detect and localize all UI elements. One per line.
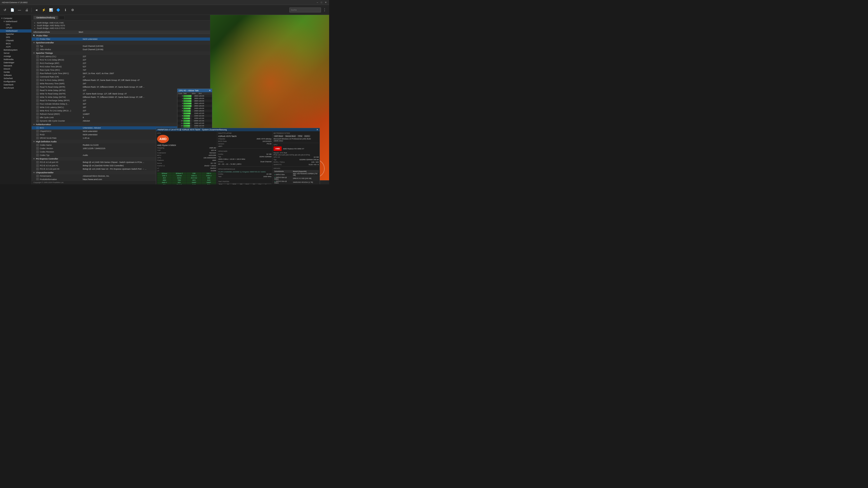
sidebar-item-acpi[interactable]: ACPI bbox=[0, 45, 31, 48]
folder-button[interactable]: — bbox=[16, 7, 23, 13]
table-row[interactable]: Typ Dual Channel (128 Bit) bbox=[32, 44, 210, 48]
table-row[interactable]: Read To Read Delay (tRTR) Different Rank… bbox=[32, 86, 210, 89]
sidebar-item-chipsatz[interactable]: Chipsatz bbox=[0, 39, 31, 42]
bridge-text: North Bridge: AMD K19.2 IMC bbox=[37, 22, 64, 24]
aida-button[interactable]: 🔷 bbox=[55, 7, 61, 13]
more-menu-button[interactable]: ⋮ bbox=[322, 8, 327, 12]
sidebar-item-label: Software bbox=[4, 74, 12, 76]
row-value: 22T bbox=[83, 62, 208, 64]
row-name: RAID bbox=[40, 133, 83, 136]
gpu-sh-label: SH/RT/TC bbox=[274, 164, 282, 166]
takt-row: 12 2200 x22.00 bbox=[178, 125, 212, 127]
table-row[interactable]: RAS To RAS Delay (tRRD) Different Rank: … bbox=[32, 78, 210, 82]
amd-cpu-logo: AMD bbox=[157, 135, 169, 143]
close-button[interactable]: ✕ bbox=[324, 1, 327, 4]
section-header-speicher_timings[interactable]: ▼Speicher Timings bbox=[32, 51, 210, 55]
help-button[interactable]: ℹ bbox=[62, 7, 68, 13]
row-name: PCI-E 4.0 x8 port #0 bbox=[40, 161, 83, 163]
row-name: Row Refresh Cycle Time (tRFC) bbox=[40, 72, 83, 74]
sidebar-item-anzeige[interactable]: Anzeige bbox=[0, 55, 31, 58]
file-button[interactable]: 📄 bbox=[9, 7, 16, 13]
table-row[interactable]: Write Recovery Time (tWR) 24T bbox=[32, 82, 210, 86]
cpu-l2-label: L2 bbox=[157, 167, 159, 169]
table-row[interactable]: Row Refresh Cycle Time (tRFC) 560T, 2x F… bbox=[32, 72, 210, 75]
sidebar-item-benchmark[interactable]: Benchmark bbox=[0, 86, 31, 90]
sidebar-item-label: Benchmark bbox=[4, 87, 14, 89]
tab-second[interactable] bbox=[59, 16, 65, 20]
gpu-rops-label: ROPs / TMUs bbox=[274, 161, 285, 163]
row-value: Different Rank: 5T, Different DIMM: 4T, … bbox=[83, 86, 208, 88]
mb-name-val: ASRock X570 Taichi bbox=[218, 135, 237, 137]
cpu-tdp-val: 105 W bbox=[211, 149, 216, 151]
sidebar-item-software[interactable]: Software bbox=[0, 74, 31, 77]
print-button[interactable]: 🖨 bbox=[24, 7, 30, 13]
cpu-takt-close[interactable]: ✕ bbox=[209, 89, 211, 92]
table-row[interactable]: Row Cycle Time (tRC) 74T bbox=[32, 68, 210, 72]
cpu-cores-val: 16 / 32 bbox=[211, 162, 216, 164]
sidebar-item-netzwerk[interactable]: Netzwerk bbox=[0, 64, 31, 67]
bridge-arrow: ◄ bbox=[33, 27, 35, 29]
cpu-l2-val: 16x512 bbox=[210, 167, 216, 169]
settings-button[interactable]: ⚙ bbox=[69, 7, 76, 13]
sidebar-item-computer[interactable]: ▼Computer bbox=[0, 17, 31, 20]
sidebar-item-motherboard2[interactable]: Motherboard bbox=[0, 29, 31, 33]
sidebar-item-sicherheit[interactable]: Sicherheit bbox=[0, 77, 31, 80]
sm-takt-val: 1600 MHz bbox=[264, 175, 272, 177]
takt-row: 10 100th x22.00 bbox=[178, 120, 212, 122]
row-name: Read To Read Delay (tRTR) bbox=[40, 86, 83, 88]
col-mult: Mul bbox=[199, 92, 205, 94]
cpu-opn-label: OPN bbox=[157, 157, 161, 159]
gpu-sh-row: SH/RT/TC 5120 / 60 / 0 bbox=[274, 163, 319, 166]
search-input[interactable] bbox=[289, 7, 321, 12]
takt-table-header: Core Takt MHz Mul bbox=[178, 92, 212, 95]
maximize-button[interactable]: □ bbox=[320, 1, 323, 4]
table-row[interactable]: Aktiv-Modus Dual Channel (128 Bit) bbox=[32, 48, 210, 51]
tab-geratebeschreibung[interactable]: Gerätebeschreibung bbox=[33, 16, 58, 20]
table-row[interactable]: Probe Filter Nicht unterstützt bbox=[32, 37, 210, 41]
drive-row: ● SATA 6 Gb/s @ 6Gb/s DREVO X1 SSD [240 … bbox=[274, 176, 319, 180]
cpu-codename-val: Vermeer bbox=[209, 152, 216, 154]
refresh-button[interactable]: ↺ bbox=[2, 7, 8, 13]
sidebar-item-datenbank[interactable]: Datenbank bbox=[0, 83, 31, 86]
hwinfo-close[interactable]: ✕ bbox=[316, 129, 318, 131]
sidebar-item-motherboard[interactable]: ▼Motherboard bbox=[0, 20, 31, 23]
table-row[interactable]: RAS Active Time (tRAS) 52T bbox=[32, 65, 210, 68]
lightning-button[interactable]: ⚡ bbox=[40, 7, 47, 13]
row-icon bbox=[36, 133, 39, 136]
cpu-takt-title: CPU #0 – Aktiver Takt bbox=[179, 90, 198, 92]
sidebar-item-datentrager[interactable]: Datenträger bbox=[0, 61, 31, 64]
betriebssystem-title: Betriebssystem bbox=[274, 132, 319, 134]
row-icon bbox=[36, 59, 39, 61]
sidebar-item-gerate[interactable]: Geräte bbox=[0, 70, 31, 74]
section-header-speichercontroller[interactable]: ▼Speichercontroller bbox=[32, 41, 210, 44]
takt-mhz: 2240 bbox=[192, 112, 198, 114]
table-row[interactable]: RAS To CAS Delay (tRCD) 22T bbox=[32, 58, 210, 62]
table-row[interactable]: Command Rate (CR) 1T bbox=[32, 75, 210, 78]
core-number: 0 bbox=[178, 95, 183, 97]
back-button[interactable]: ◄ bbox=[33, 7, 39, 13]
cpu-mcu-label: MCU bbox=[157, 154, 161, 156]
sidebar-item-bios[interactable]: BIOS bbox=[0, 42, 31, 45]
sidebar-item-multimedia[interactable]: Multimedia bbox=[0, 58, 31, 61]
sidebar-item-cpu[interactable]: CPU bbox=[0, 23, 31, 26]
sidebar-item-konfiguration[interactable]: Konfiguration bbox=[0, 80, 31, 83]
minimize-button[interactable]: – bbox=[316, 1, 319, 4]
table-row[interactable]: RAS Precharge (tRP) 22T bbox=[32, 62, 210, 65]
sidebar-item-betriebssystem[interactable]: Betriebssystem bbox=[0, 48, 31, 52]
mb-uefi-row: UEFI bbox=[218, 145, 272, 148]
sidebar-item-directx[interactable]: DirectX bbox=[0, 67, 31, 70]
sidebar-item-spd[interactable]: SPD bbox=[0, 36, 31, 39]
sidebar-item-speicher[interactable]: Speicher bbox=[0, 33, 31, 36]
section-header-probe_filter[interactable]: 🔍Probe Filter bbox=[32, 34, 210, 37]
feature-item: AVX-512 bbox=[187, 177, 202, 179]
report-button[interactable]: 📊 bbox=[48, 7, 54, 13]
sp-modus-label: Modus bbox=[218, 161, 223, 163]
cpu-name-val: AMD Ryzen 9 5950X bbox=[157, 144, 176, 147]
table-row[interactable]: CAS Latency (CL) 22T bbox=[32, 55, 210, 58]
sidebar-item-server[interactable]: Server bbox=[0, 52, 31, 55]
sidebar-item-label: Netzwerk bbox=[4, 65, 12, 67]
sidebar-item-cpuid[interactable]: CPUID bbox=[0, 26, 31, 29]
cpu-takt-panel: CPU #0 – Aktiver Takt ✕ Core Takt MHz Mu… bbox=[177, 89, 212, 131]
feature-item: SSE4.2 bbox=[202, 175, 216, 177]
takt-bar-container bbox=[183, 103, 191, 104]
